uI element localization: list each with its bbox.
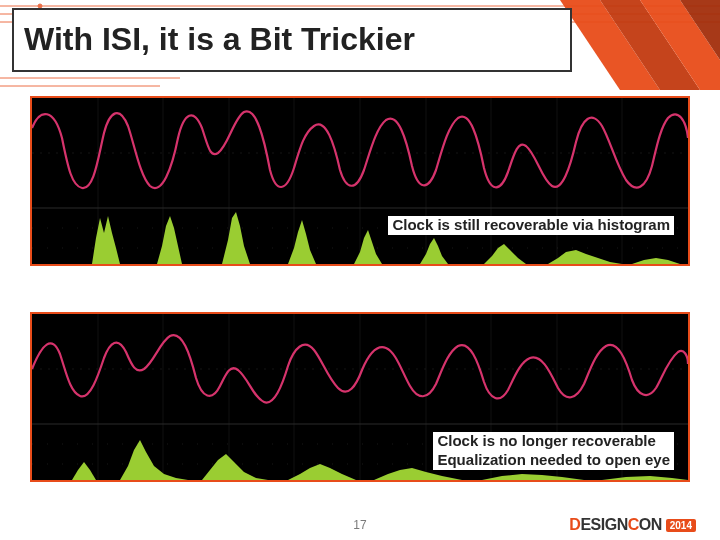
caption-bottom: Clock is no longer recoverable Equalizat… — [433, 432, 674, 470]
footer-logo: DESIGNCON 2014 — [569, 516, 696, 534]
slide-title: With ISI, it is a Bit Trickier — [24, 23, 415, 57]
caption-top: Clock is still recoverable via histogram — [388, 216, 674, 235]
scope-svg-top — [32, 98, 688, 264]
slide: With ISI, it is a Bit Trickier — [0, 0, 720, 540]
year-badge: 2014 — [666, 519, 696, 532]
svg-marker-6 — [640, 0, 720, 90]
svg-marker-4 — [560, 0, 660, 90]
brand-d2: ESIGN — [580, 516, 627, 533]
caption-bottom-line1: Clock is no longer recoverable — [437, 432, 655, 449]
brand-d4: ON — [639, 516, 662, 533]
caption-bottom-line2: Equalization needed to open eye — [437, 451, 670, 468]
svg-marker-7 — [680, 0, 720, 60]
scope-panel-top — [30, 96, 690, 266]
title-box: With ISI, it is a Bit Trickier — [12, 8, 572, 72]
brand-d3: C — [628, 516, 639, 533]
svg-marker-5 — [600, 0, 700, 90]
brand-d1: D — [569, 516, 580, 533]
